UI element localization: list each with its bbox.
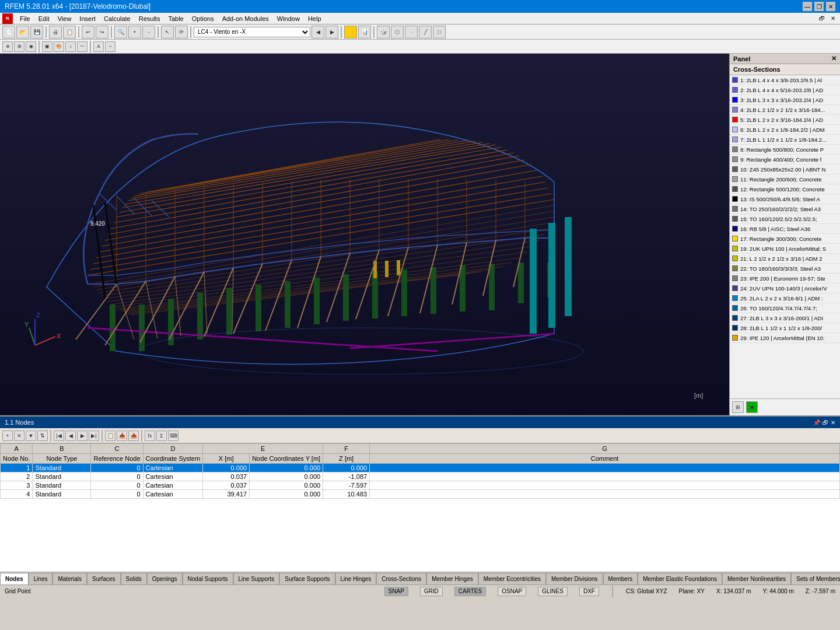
section-item-11[interactable]: 11: Rectangle 200/600; Concrete (730, 174, 840, 184)
menu-addon[interactable]: Add-on Modules (219, 14, 272, 23)
table-pin[interactable]: 📌 (813, 419, 820, 426)
tab-lines[interactable]: Lines (29, 573, 53, 584)
section-item-23[interactable]: 25: 2LA L 2 x 2 x 3/16-8/1 | ADM : (730, 293, 840, 303)
section-item-24[interactable]: 26: TO 160/120/4.7/4.7/4.7/4.7; (730, 303, 840, 313)
dxf-button[interactable]: DXF (579, 587, 599, 596)
tab-surface-supports[interactable]: Surface Supports (279, 573, 335, 584)
table-filter[interactable]: ▼ (26, 430, 36, 441)
table-nav-last[interactable]: ▶| (89, 430, 99, 441)
menu-options[interactable]: Options (188, 14, 218, 23)
section-item-20[interactable]: 22: TO 180/160/3/3/3/3; Steel A3 (730, 264, 840, 274)
window-controls[interactable]: — ❐ ✕ (803, 2, 835, 11)
menu-insert[interactable]: Insert (76, 14, 99, 23)
menu-view[interactable]: View (54, 14, 75, 23)
close-doc-button[interactable]: ✕ (828, 15, 838, 22)
section-item-14[interactable]: 14: TO 250/160/2/2/2/2; Steel A3 (730, 204, 840, 214)
maximize-button[interactable]: ❐ (814, 2, 824, 11)
section-item-25[interactable]: 27: 2LB L 3 x 3 x 3/16-200/1 | ADI (730, 313, 840, 323)
section-item-3[interactable]: 3: 2LB L 3 x 3 x 3/16-203.2/4 | AD (730, 95, 840, 105)
tab-members[interactable]: Members (603, 573, 638, 584)
table-copy2[interactable]: 📋 (105, 430, 116, 441)
tab-member-divisions[interactable]: Member Divisions (546, 573, 603, 584)
color-btn[interactable]: 🎨 (54, 41, 64, 52)
table-nav-prev[interactable]: ◀ (65, 430, 76, 441)
grid-btn[interactable]: ⊞ (14, 41, 24, 52)
deform-btn[interactable]: 〰 (77, 41, 88, 52)
save-btn[interactable]: 💾 (30, 26, 43, 38)
line-btn[interactable]: ╱ (419, 26, 432, 38)
table-nav-next[interactable]: ▶ (77, 430, 88, 441)
table-sort[interactable]: ⇅ (37, 430, 48, 441)
table-nav-first[interactable]: |◀ (54, 430, 64, 441)
menu-results[interactable]: Results (135, 14, 164, 23)
glines-button[interactable]: GLINES (538, 587, 568, 596)
section-item-4[interactable]: 4: 2LB L 2 1/2 x 2 1/2 x 3/16-184... (730, 105, 840, 115)
tab-openings[interactable]: Openings (147, 573, 183, 584)
label-btn[interactable]: A (93, 41, 104, 52)
copy-btn[interactable]: 📋 (63, 26, 76, 38)
menu-help[interactable]: Help (304, 14, 325, 23)
wireframe-btn[interactable]: ⬡ (391, 26, 404, 38)
table-export[interactable]: 📤 (128, 430, 139, 441)
section-item-26[interactable]: 28: 2LB L 1 1/2 x 1 1/2 x 1/8-200/ (730, 323, 840, 333)
print-btn[interactable]: 🖨 (49, 26, 62, 38)
section-item-22[interactable]: 24: 2UV UPN 100-140/3 | Arcelor/V (730, 284, 840, 293)
menu-window[interactable]: Window (274, 14, 303, 23)
table-fx[interactable]: fx (145, 430, 155, 441)
table-del[interactable]: ✕ (14, 430, 24, 441)
next-btn[interactable]: ▶ (326, 26, 338, 38)
panel-icon-1[interactable]: ⊞ (732, 401, 744, 413)
panel-icon-2[interactable]: ■ (746, 401, 758, 413)
snap-btn[interactable]: ⊕ (2, 41, 13, 52)
restore-button[interactable]: 🗗 (817, 15, 827, 22)
section-item-19[interactable]: 21: L 2 1/2 x 2 1/2 x 3/16 | ADM 2 (730, 254, 840, 264)
undo-btn[interactable]: ↩ (82, 26, 94, 38)
section-item-17[interactable]: 17: Rectangle 300/300; Concrete (730, 234, 840, 244)
prev-btn[interactable]: ◀ (312, 26, 324, 38)
table-row[interactable]: 3 Standard 0 Cartesian 0.037 0.000 -7.59… (1, 481, 840, 490)
table-close[interactable]: ✕ (831, 419, 835, 426)
display-btn[interactable]: ◉ (26, 41, 36, 52)
table-float[interactable]: 🗗 (822, 419, 828, 426)
snap-button[interactable]: SNAP (384, 587, 408, 596)
tab-member-nonlinearities[interactable]: Member Nonlinearities (722, 573, 791, 584)
tab-member-eccentricities[interactable]: Member Eccentricities (478, 573, 546, 584)
table-calc[interactable]: ⌨ (168, 430, 178, 441)
tab-line-hinges[interactable]: Line Hinges (335, 573, 377, 584)
section-item-9[interactable]: 9: Rectangle 400/400; Concrete f (730, 155, 840, 164)
section-item-16[interactable]: 16: RB 5/8 | AISC; Steel A36 (730, 224, 840, 234)
tab-member-hinges[interactable]: Member Hinges (426, 573, 478, 584)
section-item-21[interactable]: 23: IPE 200 | Euronorm 19-57; Ste (730, 274, 840, 284)
section-item-5[interactable]: 5: 2LB L 2 x 2 x 3/16-184.2/4 | AD (730, 115, 840, 125)
dim-btn[interactable]: ↔ (105, 41, 116, 52)
table-container[interactable]: A B C D E F G Node No. Node Type Referen… (0, 443, 840, 572)
view3d-btn[interactable]: 🎲 (377, 26, 390, 38)
section-item-10[interactable]: 10: Z45 250x85x25x2.00 | ABNT N (730, 164, 840, 174)
menu-edit[interactable]: Edit (35, 14, 53, 23)
tab-nodal-supports[interactable]: Nodal Supports (183, 573, 233, 584)
section-item-8[interactable]: 8: Rectangle 500/800; Concrete P (730, 145, 840, 155)
table-row[interactable]: 4 Standard 0 Cartesian 39.417 0.000 10.4… (1, 490, 840, 499)
section-item-2[interactable]: 2: 2LB L 4 x 4 x 5/16-203.2/8 | AD (730, 85, 840, 95)
new-btn[interactable]: 📄 (2, 26, 15, 38)
cartes-button[interactable]: CARTES (454, 587, 486, 596)
section-item-6[interactable]: 6: 2LB L 2 x 2 x 1/8-184.2/2 | ADM (730, 125, 840, 135)
menu-table[interactable]: Table (164, 14, 187, 23)
menu-calculate[interactable]: Calculate (100, 14, 134, 23)
table-add[interactable]: + (2, 430, 13, 441)
table-row[interactable]: 2 Standard 0 Cartesian 0.037 0.000 -1.08… (1, 473, 840, 481)
section-item-7[interactable]: 7: 2LB L 1 1/2 x 1 1/2 x 1/8-184.2... (730, 135, 840, 145)
osnap-button[interactable]: OSNAP (498, 587, 526, 596)
results-btn[interactable]: 📊 (358, 26, 371, 38)
section-item-15[interactable]: 15: TO 160/120/2.5/2.5/2.5/2.5; (730, 214, 840, 224)
zoom-out-btn[interactable]: - (142, 26, 155, 38)
close-button[interactable]: ✕ (826, 2, 835, 11)
tab-solids[interactable]: Solids (121, 573, 147, 584)
redo-btn[interactable]: ↪ (96, 26, 108, 38)
section-item-27[interactable]: 29: IPE 120 | ArcelorMittal (EN 10: (730, 333, 840, 343)
tab-sets-of-members[interactable]: Sets of Members (791, 573, 840, 584)
tab-surfaces[interactable]: Surfaces (87, 573, 120, 584)
table-row[interactable]: 1 Standard 0 Cartesian 0.000 0.000 0.000 (1, 464, 840, 473)
tab-member-elastic-foundations[interactable]: Member Elastic Foundations (638, 573, 722, 584)
zoom-in-btn[interactable]: + (128, 26, 141, 38)
